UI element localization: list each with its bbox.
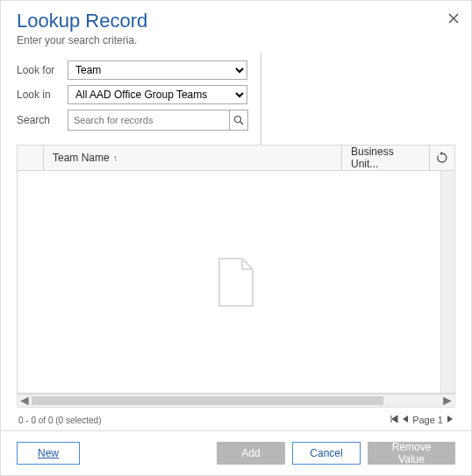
dialog-subtitle: Enter your search criteria. — [17, 34, 455, 46]
first-page-button[interactable] — [390, 415, 398, 425]
first-page-icon — [390, 415, 398, 423]
scroll-right-icon[interactable]: ► — [440, 394, 454, 408]
new-button[interactable]: New — [17, 442, 80, 465]
divider — [261, 53, 261, 146]
close-icon — [448, 13, 459, 24]
chevron-left-icon — [402, 415, 409, 423]
results-grid: Team Name ↑ Business Unit... ◄ ► 0 - 0 o… — [1, 145, 471, 430]
refresh-icon — [436, 152, 448, 164]
sort-asc-icon: ↑ — [113, 153, 118, 163]
scroll-left-icon[interactable]: ◄ — [18, 394, 32, 408]
search-criteria: Look for Team Look in All AAD Office Gro… — [1, 50, 471, 145]
column-business-unit[interactable]: Business Unit... — [342, 146, 430, 170]
column-team-name-label: Team Name — [53, 152, 110, 164]
column-business-unit-label: Business Unit... — [351, 146, 420, 170]
dialog-footer: New Add Cancel Remove Value — [1, 430, 471, 475]
pager: Page 1 — [390, 415, 454, 425]
search-button[interactable] — [229, 110, 248, 131]
record-range: 0 - 0 of 0 (0 selected) — [18, 416, 102, 425]
lookin-label: Look in — [17, 89, 68, 101]
prev-page-button[interactable] — [402, 415, 409, 425]
refresh-button[interactable] — [430, 152, 454, 164]
add-button[interactable]: Add — [217, 442, 285, 465]
vertical-scrollbar[interactable] — [440, 171, 454, 393]
dialog-title: Lookup Record — [17, 10, 455, 32]
scroll-track[interactable] — [32, 394, 440, 407]
column-team-name[interactable]: Team Name ↑ — [44, 146, 342, 170]
lookup-dialog: Lookup Record Enter your search criteria… — [1, 1, 471, 475]
svg-line-1 — [240, 122, 243, 124]
search-label: Search — [17, 114, 68, 126]
svg-point-0 — [235, 117, 241, 123]
lookfor-select[interactable]: Team — [68, 60, 247, 80]
empty-file-icon — [216, 257, 256, 308]
lookin-select[interactable]: All AAD Office Group Teams — [68, 85, 247, 104]
page-label: Page 1 — [412, 415, 443, 425]
remove-value-button[interactable]: Remove Value — [368, 442, 455, 465]
lookfor-label: Look for — [17, 64, 68, 76]
search-icon — [233, 115, 244, 125]
scroll-thumb[interactable] — [32, 396, 383, 405]
horizontal-scrollbar[interactable]: ◄ ► — [17, 394, 455, 408]
cancel-button[interactable]: Cancel — [292, 442, 361, 465]
grid-header: Team Name ↑ Business Unit... — [17, 145, 455, 171]
close-button[interactable] — [448, 11, 459, 27]
grid-body — [17, 171, 455, 394]
search-input[interactable] — [68, 110, 229, 131]
status-bar: 0 - 0 of 0 (0 selected) Page 1 — [17, 408, 455, 430]
next-page-button[interactable] — [447, 415, 454, 425]
select-all-column[interactable] — [18, 146, 44, 170]
chevron-right-icon — [447, 415, 454, 423]
dialog-header: Lookup Record Enter your search criteria… — [1, 1, 471, 50]
